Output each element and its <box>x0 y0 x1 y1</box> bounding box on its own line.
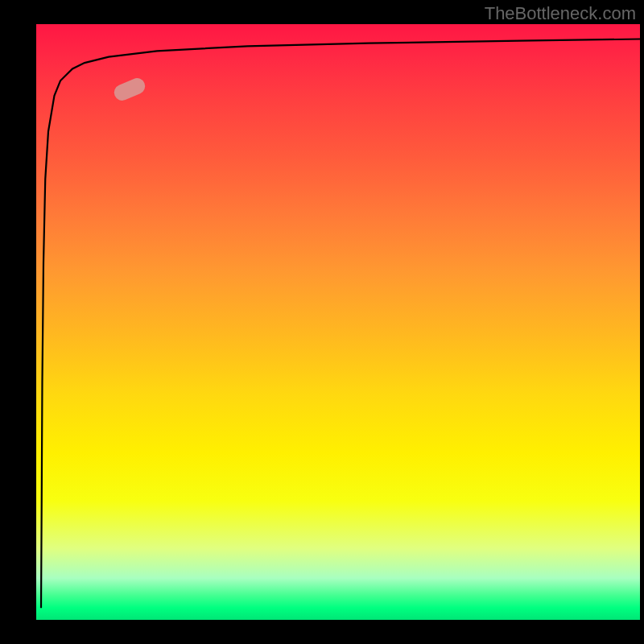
plot-area <box>36 24 640 620</box>
bottleneck-curve <box>41 39 640 609</box>
watermark-text: TheBottleneck.com <box>485 3 636 24</box>
curve-svg <box>36 24 640 620</box>
